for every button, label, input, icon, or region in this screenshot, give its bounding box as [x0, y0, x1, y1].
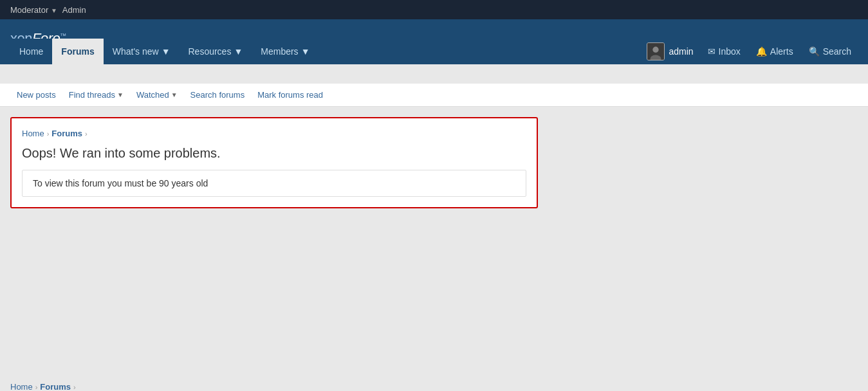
username: admin [669, 46, 693, 57]
admin-link[interactable]: Admin [62, 5, 86, 15]
inbox-button[interactable]: ✉ Inbox [701, 39, 747, 64]
nav-items: Home Forums What's new ▼ Resources ▼ Mem… [10, 39, 642, 64]
breadcrumb-sep2: › [85, 130, 88, 138]
nav-home[interactable]: Home [10, 39, 52, 64]
breadcrumb-forums[interactable]: Forums [51, 129, 82, 138]
sub-nav-new-posts[interactable]: New posts [10, 84, 62, 107]
bottom-breadcrumb-forums[interactable]: Forums [40, 382, 71, 391]
bottom-breadcrumb-sep1: › [35, 383, 38, 391]
error-title: Oops! We ran into some problems. [22, 146, 526, 161]
sub-nav: New posts Find threads ▼ Watched ▼ Searc… [0, 84, 868, 107]
error-container: Home › Forums › Oops! We ran into some p… [10, 117, 538, 208]
bottom-breadcrumb: Home › Forums › [0, 377, 868, 391]
page-content: Home › Forums › Oops! We ran into some p… [0, 107, 868, 377]
alerts-button[interactable]: 🔔 Alerts [750, 39, 800, 64]
bottom-breadcrumb-home[interactable]: Home [10, 382, 33, 391]
breadcrumb-sep1: › [47, 130, 50, 138]
main-nav: Home Forums What's new ▼ Resources ▼ Mem… [0, 39, 868, 64]
error-message: To view this forum you must be 90 years … [22, 170, 526, 197]
search-icon: 🔍 [809, 46, 820, 57]
inbox-icon: ✉ [708, 46, 716, 57]
search-button[interactable]: 🔍 Search [802, 39, 858, 64]
bell-icon: 🔔 [756, 46, 767, 57]
resources-arrow: ▼ [234, 46, 243, 57]
find-threads-arrow: ▼ [117, 91, 124, 98]
sub-nav-watched[interactable]: Watched ▼ [130, 84, 184, 107]
nav-right: admin ✉ Inbox 🔔 Alerts 🔍 Search [642, 39, 858, 64]
nav-resources[interactable]: Resources ▼ [179, 39, 252, 64]
breadcrumb-home[interactable]: Home [22, 129, 44, 138]
bottom-breadcrumb-sep2: › [73, 383, 76, 391]
nav-members[interactable]: Members ▼ [252, 39, 319, 64]
nav-whats-new[interactable]: What's new ▼ [104, 39, 180, 64]
sub-nav-search-forums[interactable]: Search forums [184, 84, 252, 107]
bottom-breadcrumb-items: Home › Forums › [10, 382, 858, 391]
sub-nav-mark-forums-read[interactable]: Mark forums read [251, 84, 329, 107]
admin-bar: Moderator ▼ Admin [0, 0, 868, 19]
moderator-dropdown-arrow: ▼ [51, 7, 57, 14]
moderator-menu[interactable]: Moderator ▼ [10, 5, 57, 15]
user-menu[interactable]: admin [642, 42, 698, 60]
svg-point-1 [653, 47, 659, 53]
whats-new-arrow: ▼ [162, 46, 171, 57]
members-arrow: ▼ [301, 46, 310, 57]
header-bar: xenForo™ Home Forums What's new ▼ Resour… [0, 19, 868, 58]
avatar [647, 42, 665, 60]
nav-forums[interactable]: Forums [52, 39, 103, 64]
breadcrumb: Home › Forums › [22, 129, 526, 138]
watched-arrow: ▼ [171, 91, 178, 98]
sub-nav-find-threads[interactable]: Find threads ▼ [62, 84, 130, 107]
